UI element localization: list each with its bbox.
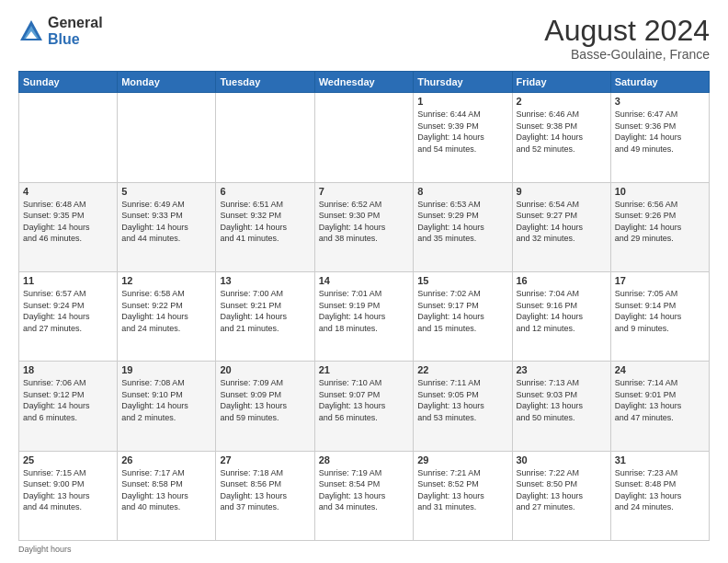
day-number: 18 (23, 364, 113, 375)
logo: General Blue (18, 15, 103, 47)
calendar-cell: 13Sunrise: 7:00 AM Sunset: 9:21 PM Dayli… (216, 271, 314, 361)
day-info: Sunrise: 7:04 AM Sunset: 9:16 PM Dayligh… (517, 288, 607, 334)
day-info: Sunrise: 6:53 AM Sunset: 9:29 PM Dayligh… (417, 199, 507, 245)
calendar-cell (216, 93, 314, 182)
calendar-cell: 19Sunrise: 7:08 AM Sunset: 9:10 PM Dayli… (118, 362, 216, 451)
week-row-4: 18Sunrise: 7:06 AM Sunset: 9:12 PM Dayli… (19, 362, 710, 451)
logo-icon (18, 18, 44, 44)
calendar-cell: 26Sunrise: 7:17 AM Sunset: 8:58 PM Dayli… (118, 451, 216, 540)
day-info: Sunrise: 7:23 AM Sunset: 8:48 PM Dayligh… (615, 467, 705, 513)
calendar-cell: 7Sunrise: 6:52 AM Sunset: 9:30 PM Daylig… (314, 182, 413, 271)
calendar-cell (118, 93, 216, 182)
day-number: 1 (417, 96, 507, 107)
day-info: Sunrise: 6:58 AM Sunset: 9:22 PM Dayligh… (121, 288, 211, 334)
calendar-cell: 29Sunrise: 7:21 AM Sunset: 8:52 PM Dayli… (414, 451, 512, 540)
day-number: 17 (615, 275, 705, 286)
day-number: 27 (220, 454, 310, 465)
day-info: Sunrise: 6:47 AM Sunset: 9:36 PM Dayligh… (615, 109, 705, 155)
col-header-thursday: Thursday (414, 72, 512, 93)
day-number: 25 (23, 454, 113, 465)
calendar-cell: 8Sunrise: 6:53 AM Sunset: 9:29 PM Daylig… (414, 182, 512, 271)
calendar-cell: 22Sunrise: 7:11 AM Sunset: 9:05 PM Dayli… (414, 362, 512, 451)
day-info: Sunrise: 7:09 AM Sunset: 9:09 PM Dayligh… (220, 377, 310, 423)
day-info: Sunrise: 7:10 AM Sunset: 9:07 PM Dayligh… (319, 377, 409, 423)
day-number: 2 (517, 96, 607, 107)
col-header-wednesday: Wednesday (314, 72, 413, 93)
col-header-saturday: Saturday (610, 72, 709, 93)
week-row-5: 25Sunrise: 7:15 AM Sunset: 9:00 PM Dayli… (19, 451, 710, 540)
day-info: Sunrise: 7:11 AM Sunset: 9:05 PM Dayligh… (417, 377, 507, 423)
calendar-cell: 28Sunrise: 7:19 AM Sunset: 8:54 PM Dayli… (314, 451, 413, 540)
logo-blue: Blue (48, 31, 103, 48)
day-info: Sunrise: 7:00 AM Sunset: 9:21 PM Dayligh… (220, 288, 310, 334)
day-info: Sunrise: 7:17 AM Sunset: 8:58 PM Dayligh… (121, 467, 211, 513)
day-info: Sunrise: 7:05 AM Sunset: 9:14 PM Dayligh… (615, 288, 705, 334)
day-number: 31 (615, 454, 705, 465)
calendar-cell: 23Sunrise: 7:13 AM Sunset: 9:03 PM Dayli… (512, 362, 610, 451)
day-number: 7 (319, 186, 409, 197)
month-year: August 2024 (544, 15, 710, 47)
day-info: Sunrise: 7:02 AM Sunset: 9:17 PM Dayligh… (417, 288, 507, 334)
day-info: Sunrise: 7:14 AM Sunset: 9:01 PM Dayligh… (615, 377, 705, 423)
calendar-cell: 1Sunrise: 6:44 AM Sunset: 9:39 PM Daylig… (414, 93, 512, 182)
footer-note: Daylight hours (18, 545, 710, 554)
calendar-cell: 11Sunrise: 6:57 AM Sunset: 9:24 PM Dayli… (19, 271, 118, 361)
day-number: 5 (121, 186, 211, 197)
title-block: August 2024 Basse-Goulaine, France (544, 15, 710, 62)
calendar-cell: 14Sunrise: 7:01 AM Sunset: 9:19 PM Dayli… (314, 271, 413, 361)
day-number: 12 (121, 275, 211, 286)
day-info: Sunrise: 7:01 AM Sunset: 9:19 PM Dayligh… (319, 288, 409, 334)
calendar-cell: 27Sunrise: 7:18 AM Sunset: 8:56 PM Dayli… (216, 451, 314, 540)
calendar-cell: 12Sunrise: 6:58 AM Sunset: 9:22 PM Dayli… (118, 271, 216, 361)
day-info: Sunrise: 7:22 AM Sunset: 8:50 PM Dayligh… (517, 467, 607, 513)
calendar-cell: 20Sunrise: 7:09 AM Sunset: 9:09 PM Dayli… (216, 362, 314, 451)
logo-text: General Blue (48, 15, 103, 47)
day-info: Sunrise: 7:15 AM Sunset: 9:00 PM Dayligh… (23, 467, 113, 513)
week-row-2: 4Sunrise: 6:48 AM Sunset: 9:35 PM Daylig… (19, 182, 710, 271)
calendar-cell: 21Sunrise: 7:10 AM Sunset: 9:07 PM Dayli… (314, 362, 413, 451)
calendar-cell: 3Sunrise: 6:47 AM Sunset: 9:36 PM Daylig… (610, 93, 709, 182)
calendar-cell: 9Sunrise: 6:54 AM Sunset: 9:27 PM Daylig… (512, 182, 610, 271)
col-header-friday: Friday (512, 72, 610, 93)
day-number: 28 (319, 454, 409, 465)
day-number: 29 (417, 454, 507, 465)
day-info: Sunrise: 6:54 AM Sunset: 9:27 PM Dayligh… (517, 199, 607, 245)
day-number: 3 (615, 96, 705, 107)
calendar-cell: 5Sunrise: 6:49 AM Sunset: 9:33 PM Daylig… (118, 182, 216, 271)
day-info: Sunrise: 6:52 AM Sunset: 9:30 PM Dayligh… (319, 199, 409, 245)
day-info: Sunrise: 6:48 AM Sunset: 9:35 PM Dayligh… (23, 199, 113, 245)
day-info: Sunrise: 7:19 AM Sunset: 8:54 PM Dayligh… (319, 467, 409, 513)
day-number: 16 (517, 275, 607, 286)
calendar-cell: 15Sunrise: 7:02 AM Sunset: 9:17 PM Dayli… (414, 271, 512, 361)
day-number: 8 (417, 186, 507, 197)
col-header-tuesday: Tuesday (216, 72, 314, 93)
day-number: 15 (417, 275, 507, 286)
day-info: Sunrise: 6:49 AM Sunset: 9:33 PM Dayligh… (121, 199, 211, 245)
day-info: Sunrise: 7:21 AM Sunset: 8:52 PM Dayligh… (417, 467, 507, 513)
day-number: 19 (121, 364, 211, 375)
calendar-cell: 2Sunrise: 6:46 AM Sunset: 9:38 PM Daylig… (512, 93, 610, 182)
day-number: 22 (417, 364, 507, 375)
day-info: Sunrise: 6:57 AM Sunset: 9:24 PM Dayligh… (23, 288, 113, 334)
day-info: Sunrise: 7:18 AM Sunset: 8:56 PM Dayligh… (220, 467, 310, 513)
calendar-table: SundayMondayTuesdayWednesdayThursdayFrid… (18, 71, 710, 541)
day-info: Sunrise: 6:56 AM Sunset: 9:26 PM Dayligh… (615, 199, 705, 245)
day-number: 30 (517, 454, 607, 465)
calendar-cell: 4Sunrise: 6:48 AM Sunset: 9:35 PM Daylig… (19, 182, 118, 271)
day-info: Sunrise: 6:46 AM Sunset: 9:38 PM Dayligh… (517, 109, 607, 155)
calendar-cell: 6Sunrise: 6:51 AM Sunset: 9:32 PM Daylig… (216, 182, 314, 271)
week-row-3: 11Sunrise: 6:57 AM Sunset: 9:24 PM Dayli… (19, 271, 710, 361)
day-number: 13 (220, 275, 310, 286)
day-info: Sunrise: 7:08 AM Sunset: 9:10 PM Dayligh… (121, 377, 211, 423)
calendar-cell: 24Sunrise: 7:14 AM Sunset: 9:01 PM Dayli… (610, 362, 709, 451)
calendar-cell: 30Sunrise: 7:22 AM Sunset: 8:50 PM Dayli… (512, 451, 610, 540)
day-number: 23 (517, 364, 607, 375)
page: General Blue August 2024 Basse-Goulaine,… (0, 0, 728, 563)
day-info: Sunrise: 7:06 AM Sunset: 9:12 PM Dayligh… (23, 377, 113, 423)
week-row-1: 1Sunrise: 6:44 AM Sunset: 9:39 PM Daylig… (19, 93, 710, 182)
calendar-cell: 25Sunrise: 7:15 AM Sunset: 9:00 PM Dayli… (19, 451, 118, 540)
day-info: Sunrise: 7:13 AM Sunset: 9:03 PM Dayligh… (517, 377, 607, 423)
day-number: 4 (23, 186, 113, 197)
day-number: 24 (615, 364, 705, 375)
calendar-cell (314, 93, 413, 182)
